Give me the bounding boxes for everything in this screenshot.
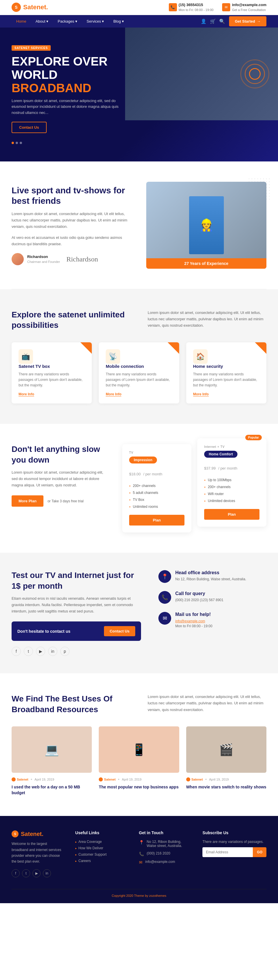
price-period-1: / per month [143,472,162,476]
user-icon[interactable]: 👤 [201,19,207,24]
author-signature: Richardson [66,255,98,263]
plan-button-comfort[interactable]: Plan [204,509,259,520]
footer-link-customer-support[interactable]: Customer Support [75,853,127,856]
cta-contact-button[interactable]: Contact Us [104,626,135,636]
sport-author: Richardson Chairman and Founder Richards… [11,253,132,265]
pricing-section: Don't let anything slow you down Lorem i… [0,424,278,553]
divider-dot-2: • [118,777,119,782]
hero-dot-1[interactable] [11,142,14,144]
service-cards: 📺 Satenet TV box There are many variatio… [11,342,267,404]
blog-card-title-1[interactable]: I used the web for a day on a 50 MB budg… [11,784,92,795]
mail-card-title: Mail us for help! [175,612,212,617]
search-icon[interactable]: 🔍 [219,19,225,24]
footer-facebook-icon[interactable]: f [11,869,20,877]
footer-contact-heading: Get in Touch [139,830,191,835]
feature-2-4: Unlimited devices [204,497,259,504]
footer-link-how-deliver[interactable]: How We Deliver [75,846,127,850]
sport-section: Live sport and tv-shows for best friends… [0,161,278,289]
feature-2-3: Wifi router [204,490,259,497]
blog-img-bg-2: 📱 [99,726,179,773]
cta-contact-box: Don't hesitate to contact us Contact Us [11,622,141,641]
get-started-button[interactable]: Get Started → [229,16,267,26]
footer-subscribe-desc: There are many variations of passages. [202,840,267,844]
price-value-2: $37.99 [204,466,216,471]
nav-item-home[interactable]: Home [11,15,31,27]
get-started-label: Get Started [235,19,255,24]
footer-link-area-coverage[interactable]: Area Coverage [75,840,127,844]
nav-link-services[interactable]: Services ▾ [82,15,109,27]
pinterest-icon[interactable]: p [60,647,70,656]
plan-price-impression: $18.00 / per month [129,467,184,478]
footer-col-about: S Satenet. Welcome to the largest broadb… [11,830,64,877]
card-link-security[interactable]: More Info [193,392,209,396]
card-desc-security: There are many variations words passages… [193,372,259,388]
footer: S Satenet. Welcome to the largest broadb… [0,816,278,903]
service-card-mobile: 📡 Mobile connection There are many varia… [99,342,179,404]
twitter-icon[interactable]: t [24,647,33,656]
nav-links: Home About ▾ Packages ▾ Services ▾ Blog … [11,15,129,27]
hero-world: WORLD [11,68,58,81]
sport-img-content: 👷 [146,182,267,269]
nav-item-blog[interactable]: Blog ▾ [109,15,129,27]
nav-item-packages[interactable]: Packages ▾ [53,15,82,27]
card-desc-mobile: There are many variations words passages… [106,372,172,388]
blog-description: Lorem ipsum dolor sit amet, consectetur … [148,694,267,713]
footer-link-careers[interactable]: Careers [75,859,127,863]
service-card-security: 🏠 Home security There are many variation… [186,342,267,404]
nav-item-services[interactable]: Services ▾ [82,15,109,27]
hero-dot-2[interactable] [16,142,18,144]
footer-logo-accent: tenet. [28,831,43,837]
footer-email-icon: ✉ [139,860,143,865]
nav-link-packages[interactable]: Packages ▾ [53,15,82,27]
blog-card-title-3[interactable]: When movie stars switch to reality shows [186,784,267,790]
footer-subscribe-form: GO [202,847,267,857]
cart-icon[interactable]: 🛒 [210,19,216,24]
pricing-left: Don't let anything slow you down Lorem i… [11,444,108,507]
cta-right: 📍 Head office address No 12, Ribon Build… [159,570,267,656]
card-link-tv[interactable]: More Info [19,392,34,396]
nav-link-home[interactable]: Home [11,15,31,27]
nav-item-about[interactable]: About ▾ [31,15,53,27]
footer-link-careers-page[interactable]: Careers [75,859,127,863]
avatar-image [11,253,24,265]
plan-button-impression[interactable]: Plan [129,515,184,525]
footer-email: ✉ info@example.com [139,860,191,865]
footer-twitter-icon[interactable]: t [22,869,30,877]
footer-subscribe-button[interactable]: GO [253,847,267,857]
card-title-tv: Satenet TV box [19,364,85,369]
footer-email-input[interactable] [202,847,253,857]
hero-contact-button[interactable]: Contact Us [11,122,47,133]
blog-brand-2: Satenet [99,777,116,781]
arrow-icon: → [257,19,261,24]
footer-col-contact: Get in Touch 📍 No 12, Ribon Building, Wa… [139,830,191,877]
nav-link-blog[interactable]: Blog ▾ [109,15,129,27]
footer-phone-icon: 📞 [139,851,144,856]
ring-outer [240,59,269,88]
facebook-icon[interactable]: f [11,647,21,656]
footer-linkedin-icon[interactable]: in [43,869,51,877]
mail-card-info: Mail us for help! info@example.com Mon t… [175,612,212,629]
footer-link-deliver[interactable]: How We Deliver [75,846,127,850]
plan-card-comfort: Popular Internet + TV Home Comfort $37.9… [197,438,267,527]
hero-section: SATENET SERVICES EXPLORE OVER WORLD BROA… [0,27,278,161]
instagram-icon[interactable]: in [48,647,57,656]
footer-youtube-icon[interactable]: ▶ [32,869,41,877]
nav-link-about[interactable]: About ▾ [31,15,53,27]
brand-dot-2 [99,777,103,781]
footer-link-area[interactable]: Area Coverage [75,840,127,844]
more-plan-button[interactable]: More Plan [11,495,43,507]
youtube-icon[interactable]: ▶ [36,647,45,656]
blog-meta-1: Satenet • April 19, 2019 [11,777,92,782]
blog-date-3: April 19, 2019 [209,778,229,781]
tv-icon: 📺 [19,349,33,364]
experience-badge: 27 Years of Experience [146,258,267,269]
address-icon: 📍 [159,570,171,583]
blog-card-title-2[interactable]: The most popular new top business apps [99,784,179,790]
free-trial-link[interactable]: or Take 3 days free trial [48,499,84,503]
blog-section: We Find The Best Uses Of Broadband Resou… [0,673,278,816]
hero-dot-3[interactable] [20,142,22,144]
card-link-mobile[interactable]: More Info [106,392,121,396]
footer-col-links: Useful Links Area Coverage How We Delive… [75,830,127,877]
mail-link[interactable]: info@example.com [175,619,205,623]
footer-link-support[interactable]: Customer Support [75,853,127,856]
